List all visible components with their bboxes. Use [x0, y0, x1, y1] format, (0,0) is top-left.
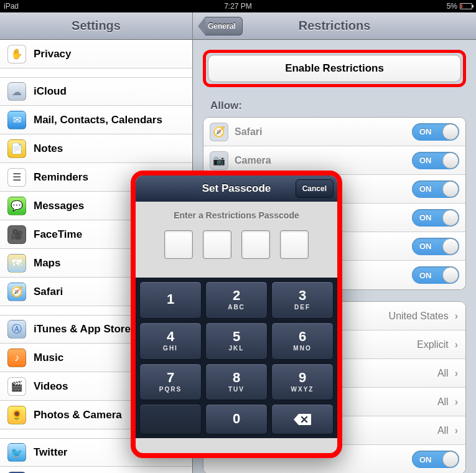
keypad-5[interactable]: 5JKL [205, 322, 268, 360]
safari-icon: 🧭 [7, 283, 26, 301]
toggle[interactable]: ON [412, 238, 459, 255]
maps-icon: 🗺 [7, 254, 26, 273]
sidebar-item-label: Safari [34, 286, 63, 298]
toggle[interactable]: ON [412, 451, 459, 468]
enable-restrictions-button[interactable]: Enable Restrictions [208, 55, 461, 82]
detail-title: Restrictions [299, 19, 371, 33]
keypad-0[interactable]: 0 [205, 404, 268, 434]
sidebar-item-label: Music [34, 352, 63, 364]
chevron-right-icon: › [455, 339, 458, 350]
toggle[interactable]: ON [412, 266, 459, 284]
passcode-navbar: Set Passcode Cancel [136, 176, 337, 202]
keypad-1[interactable]: 1 [139, 281, 202, 319]
cloud-icon: ☁ [7, 82, 26, 101]
sidebar-item-mail[interactable]: ✉ Mail, Contacts, Calendars [0, 106, 192, 134]
hand-icon: ✋ [7, 45, 26, 63]
value-label: All [437, 425, 449, 436]
value-label: Explicit [417, 339, 449, 350]
allow-section-header: Allow: [210, 100, 466, 112]
battery-icon [460, 3, 472, 9]
keypad-backspace[interactable] [271, 404, 334, 434]
sidebar-item-label: Notes [34, 143, 63, 155]
sidebar-item-label: Privacy [34, 48, 72, 60]
enable-restrictions-label: Enable Restrictions [285, 62, 384, 75]
cancel-button[interactable]: Cancel [296, 179, 334, 198]
passcode-title: Set Passcode [202, 182, 271, 195]
facetime-icon: 🎥 [7, 225, 26, 244]
chevron-right-icon: › [455, 368, 458, 379]
backspace-icon [293, 413, 312, 426]
messages-icon: 💬 [7, 197, 26, 215]
sidebar-item-label: Twitter [34, 446, 67, 459]
reminders-icon: ☰ [7, 168, 26, 187]
sidebar-item-privacy[interactable]: ✋ Privacy [0, 40, 192, 68]
keypad-3[interactable]: 3DEF [271, 281, 334, 319]
chevron-right-icon: › [455, 311, 458, 322]
sidebar-item-icloud[interactable]: ☁ iCloud [0, 77, 192, 106]
sidebar-item-label: Maps [34, 257, 60, 269]
chevron-right-icon: › [455, 425, 458, 436]
toggle-safari[interactable]: ON [412, 123, 459, 141]
passcode-prompt: Enter a Restrictions Passcode [144, 210, 329, 220]
sidebar-item-facebook[interactable]: f Facebook [0, 467, 192, 473]
music-icon: ♪ [7, 349, 26, 367]
enable-restrictions-highlight: Enable Restrictions [203, 50, 466, 87]
keypad-8[interactable]: 8TUV [205, 363, 268, 401]
camera-icon: 📷 [210, 151, 228, 170]
keypad-7[interactable]: 7PQRS [139, 363, 202, 401]
numeric-keypad: 1 2ABC 3DEF 4GHI 5JKL 6MNO 7PQRS 8TUV 9W… [136, 278, 337, 438]
status-bar: iPad 7:27 PM 5% [0, 0, 476, 12]
photos-icon: 🌻 [7, 406, 26, 424]
clock-label: 7:27 PM [0, 2, 476, 11]
passcode-digit-3[interactable] [241, 230, 270, 259]
passcode-digit-1[interactable] [164, 230, 193, 259]
sidebar-item-label: Messages [34, 200, 84, 212]
set-passcode-modal: Set Passcode Cancel Enter a Restrictions… [131, 171, 342, 458]
passcode-digit-4[interactable] [280, 230, 309, 259]
keypad-2[interactable]: 2ABC [205, 281, 268, 319]
detail-navbar: General Restrictions [193, 12, 476, 40]
toggle[interactable]: ON [412, 180, 459, 198]
value-label: United States [389, 311, 449, 322]
notes-icon: 📄 [7, 139, 26, 158]
sidebar-item-label: Photos & Camera [34, 409, 122, 421]
keypad-6[interactable]: 6MNO [271, 322, 334, 360]
sidebar-item-label: Reminders [34, 171, 88, 184]
sidebar-item-label: Videos [34, 380, 68, 393]
keypad-blank [139, 404, 202, 434]
toggle[interactable]: ON [412, 209, 459, 227]
passcode-fields [144, 230, 329, 259]
safari-icon: 🧭 [210, 123, 228, 141]
sidebar-title: Settings [72, 19, 121, 33]
keypad-9[interactable]: 9WXYZ [271, 363, 334, 401]
sidebar-item-label: iTunes & App Stores [34, 323, 136, 335]
sidebar-item-label: iCloud [34, 85, 67, 98]
value-label: All [437, 368, 449, 379]
sidebar-navbar: Settings [0, 12, 192, 40]
cancel-button-label: Cancel [302, 184, 327, 193]
keypad-4[interactable]: 4GHI [139, 322, 202, 360]
videos-icon: 🎬 [7, 377, 26, 396]
allow-row-label: Safari [235, 126, 406, 138]
sidebar-item-label: FaceTime [34, 228, 82, 241]
chevron-right-icon: › [455, 396, 458, 408]
mail-icon: ✉ [7, 111, 26, 129]
allow-row-label: Camera [235, 155, 406, 166]
sidebar-item-notes[interactable]: 📄 Notes [0, 134, 192, 163]
twitter-icon: 🐦 [7, 443, 26, 462]
value-label: All [437, 396, 449, 408]
appstore-icon: Ⓐ [7, 320, 26, 339]
toggle-camera[interactable]: ON [412, 152, 459, 169]
sidebar-item-label: Mail, Contacts, Calendars [34, 114, 162, 126]
back-button[interactable]: General [198, 17, 243, 35]
passcode-digit-2[interactable] [203, 230, 231, 259]
back-button-label: General [208, 22, 236, 30]
allow-row-safari: 🧭 Safari ON [203, 118, 465, 146]
